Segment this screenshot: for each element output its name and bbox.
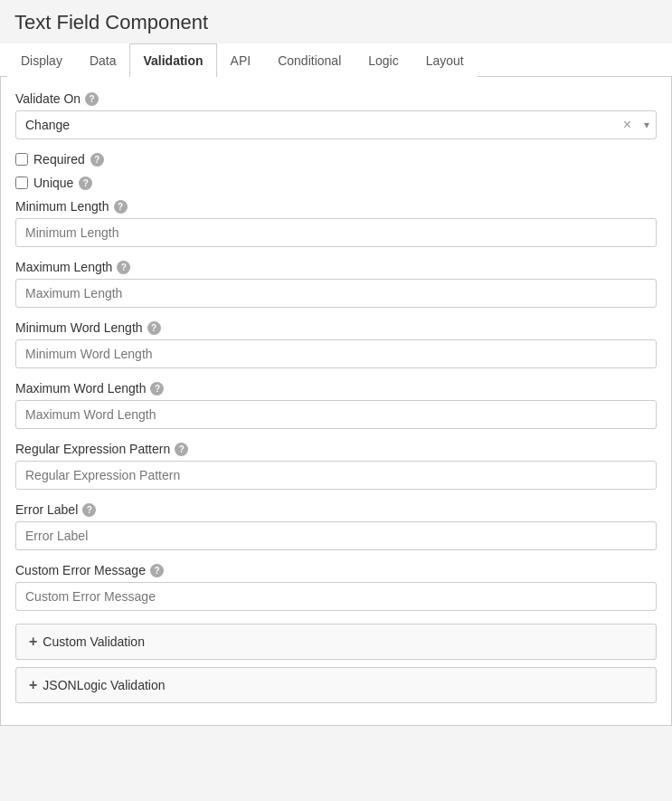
maximum-word-length-input[interactable] <box>15 400 657 429</box>
maximum-word-length-group: Maximum Word Length ? <box>15 381 657 429</box>
minimum-length-input[interactable] <box>15 218 657 247</box>
minimum-length-label: Minimum Length ? <box>15 199 657 214</box>
tab-display[interactable]: Display <box>7 43 76 77</box>
maximum-length-help-icon[interactable]: ? <box>117 261 130 274</box>
minimum-word-length-help-icon[interactable]: ? <box>147 321 161 335</box>
custom-error-message-help-icon[interactable]: ? <box>150 564 164 577</box>
tab-validation[interactable]: Validation <box>129 43 216 77</box>
maximum-word-length-help-icon[interactable]: ? <box>150 382 164 396</box>
maximum-word-length-label: Maximum Word Length ? <box>15 381 657 396</box>
error-label-group: Error Label ? <box>15 502 657 550</box>
jsonlogic-validation-plus-icon: + <box>29 677 37 693</box>
minimum-word-length-label: Minimum Word Length ? <box>15 320 657 335</box>
custom-error-message-group: Custom Error Message ? <box>15 563 657 611</box>
error-label-help-icon[interactable]: ? <box>82 503 96 517</box>
error-label-input[interactable] <box>15 521 657 550</box>
maximum-length-group: Maximum Length ? <box>15 260 657 308</box>
custom-error-message-label: Custom Error Message ? <box>15 563 657 577</box>
custom-validation-label: Custom Validation <box>43 634 145 649</box>
jsonlogic-validation-section: + JSONLogic Validation <box>15 667 657 703</box>
unique-help-icon[interactable]: ? <box>79 176 92 190</box>
regex-pattern-group: Regular Expression Pattern ? <box>15 442 657 490</box>
required-help-icon[interactable]: ? <box>90 153 104 167</box>
regex-pattern-input[interactable] <box>15 461 657 490</box>
minimum-word-length-group: Minimum Word Length ? <box>15 320 657 368</box>
regex-pattern-help-icon[interactable]: ? <box>175 443 188 456</box>
required-group: Required ? <box>15 152 657 167</box>
page-title: Text Field Component <box>14 11 658 34</box>
unique-label[interactable]: Unique <box>33 176 73 190</box>
select-clear-icon[interactable]: × <box>623 118 631 132</box>
tab-layout[interactable]: Layout <box>412 43 478 77</box>
required-label[interactable]: Required <box>33 152 85 167</box>
custom-validation-section: + Custom Validation <box>15 624 657 660</box>
unique-group: Unique ? <box>15 176 657 190</box>
minimum-length-help-icon[interactable]: ? <box>114 200 128 214</box>
maximum-length-input[interactable] <box>15 279 657 308</box>
custom-error-message-input[interactable] <box>15 582 657 611</box>
validate-on-label: Validate On ? <box>15 91 657 106</box>
validate-on-help-icon[interactable]: ? <box>85 92 99 106</box>
validation-content: Validate On ? Change Blur Submit × ▾ Req… <box>0 77 672 726</box>
jsonlogic-validation-label: JSONLogic Validation <box>43 678 165 692</box>
jsonlogic-validation-header[interactable]: + JSONLogic Validation <box>16 668 656 702</box>
regex-pattern-label: Regular Expression Pattern ? <box>15 442 657 456</box>
error-label-label: Error Label ? <box>15 502 657 517</box>
custom-validation-plus-icon: + <box>29 634 37 650</box>
custom-validation-header[interactable]: + Custom Validation <box>16 625 656 659</box>
tab-data[interactable]: Data <box>76 43 130 77</box>
maximum-length-label: Maximum Length ? <box>15 260 657 274</box>
minimum-length-group: Minimum Length ? <box>15 199 657 247</box>
tab-conditional[interactable]: Conditional <box>264 43 355 77</box>
tab-api[interactable]: API <box>217 43 265 77</box>
validate-on-group: Validate On ? Change Blur Submit × ▾ <box>15 91 657 139</box>
validate-on-select-wrapper: Change Blur Submit × ▾ <box>15 110 657 139</box>
required-checkbox[interactable] <box>15 153 28 166</box>
minimum-word-length-input[interactable] <box>15 339 657 368</box>
unique-checkbox[interactable] <box>15 176 28 189</box>
tab-logic[interactable]: Logic <box>355 43 412 77</box>
tabs-bar: Display Data Validation API Conditional … <box>0 43 672 77</box>
validate-on-select[interactable]: Change Blur Submit <box>15 110 657 139</box>
page-header: Text Field Component <box>0 0 672 43</box>
